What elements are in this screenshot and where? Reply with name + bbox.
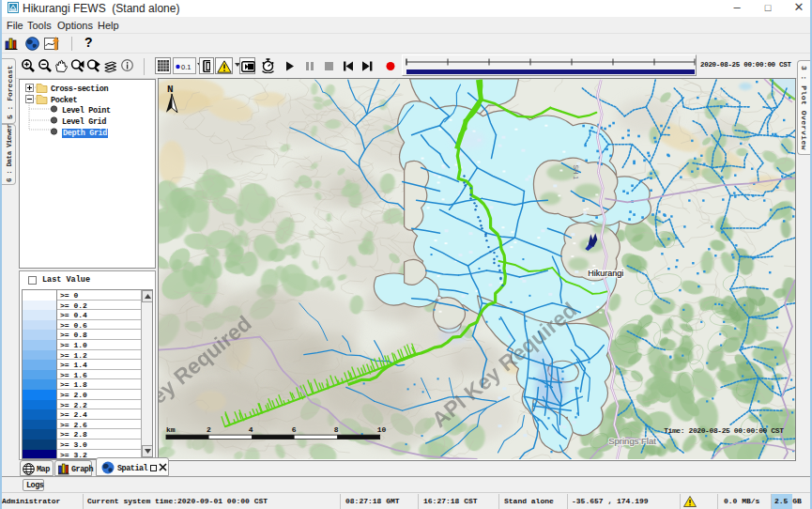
svg-text:6: 6 — [292, 425, 297, 434]
svg-text:km: km — [166, 425, 176, 434]
svg-text:10: 10 — [377, 425, 387, 434]
svg-text:0.1: 0.1 — [181, 63, 191, 71]
svg-text:8: 8 — [334, 425, 339, 434]
svg-text:4: 4 — [249, 425, 253, 434]
svg-text:SH 1: SH 1 — [573, 165, 579, 180]
svg-text:N: N — [167, 84, 174, 95]
svg-text:2: 2 — [207, 425, 211, 434]
svg-text:Hikurangi: Hikurangi — [588, 269, 623, 278]
svg-text:Springs Flat: Springs Flat — [608, 436, 656, 446]
svg-text:Time: 2020-08-25 00:00:00 CST: Time: 2020-08-25 00:00:00 CST — [664, 426, 784, 435]
